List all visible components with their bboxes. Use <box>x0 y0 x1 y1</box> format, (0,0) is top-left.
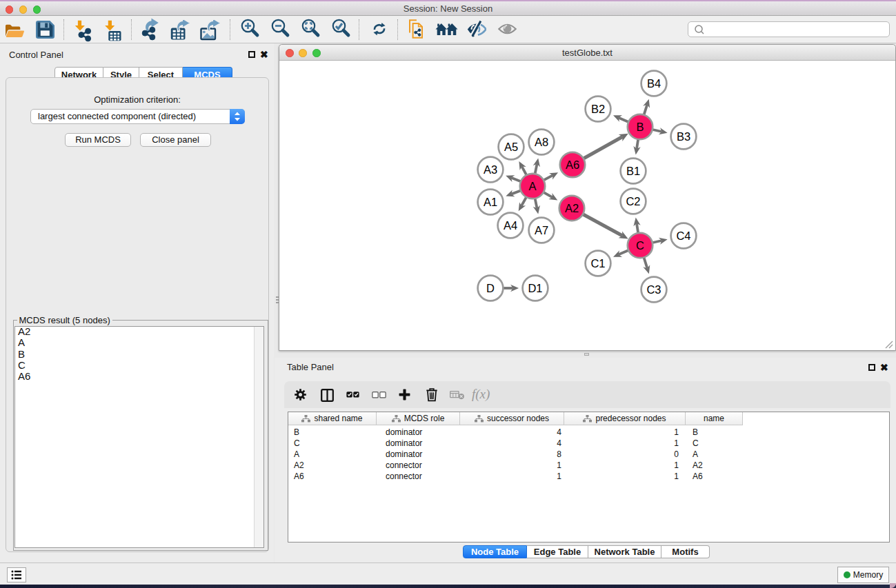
svg-text:C3: C3 <box>646 283 661 296</box>
svg-text:C2: C2 <box>626 195 640 207</box>
svg-text:A7: A7 <box>535 224 548 236</box>
svg-text:A4: A4 <box>504 219 517 232</box>
svg-text:A: A <box>528 180 536 192</box>
svg-text:A6: A6 <box>566 159 579 171</box>
svg-text:B1: B1 <box>626 165 640 177</box>
svg-text:D: D <box>486 282 495 294</box>
svg-text:A3: A3 <box>484 163 497 176</box>
svg-text:C: C <box>636 239 644 252</box>
svg-text:C4: C4 <box>676 230 690 242</box>
svg-text:B3: B3 <box>677 130 690 143</box>
svg-text:B4: B4 <box>647 77 661 90</box>
svg-text:A1: A1 <box>484 196 497 208</box>
svg-text:C1: C1 <box>590 257 605 270</box>
svg-text:A2: A2 <box>565 202 579 214</box>
svg-text:A8: A8 <box>535 136 548 148</box>
svg-text:B: B <box>636 121 644 133</box>
svg-text:A5: A5 <box>504 141 518 153</box>
svg-text:B2: B2 <box>591 103 605 115</box>
svg-text:D1: D1 <box>528 282 542 294</box>
